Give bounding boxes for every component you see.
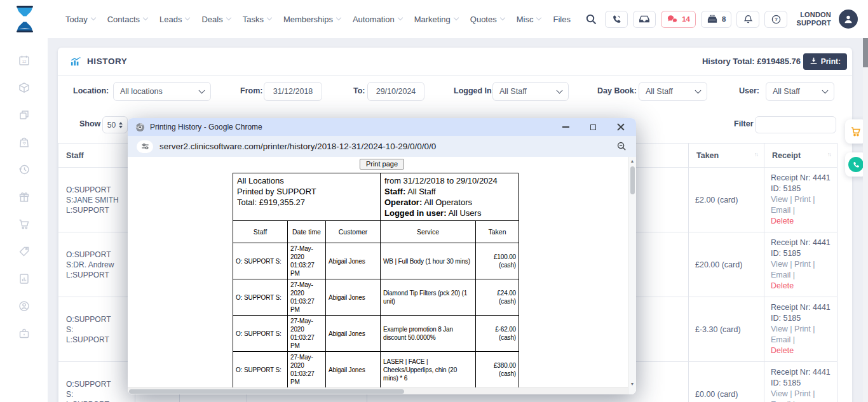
staff-line: O:SUPPORT	[66, 314, 135, 325]
notifications-button[interactable]	[736, 11, 759, 28]
print-report: All Locations Printed by SUPPORT Total: …	[233, 173, 519, 394]
scroll-up-button[interactable]: ▲	[628, 159, 636, 163]
print-link[interactable]: Print	[794, 195, 811, 204]
nav-item-automation[interactable]: Automation	[353, 15, 402, 24]
user-select[interactable]: All Staff	[766, 82, 834, 101]
popup-titlebar[interactable]: Printing History - Google Chrome	[128, 118, 636, 136]
popup-vertical-scrollbar[interactable]: ▲ ▼	[628, 157, 636, 394]
sidebar-item-copy[interactable]	[18, 109, 31, 121]
sort-icon: ↑↓	[827, 151, 837, 157]
sidebar-item-briefcase[interactable]	[18, 327, 31, 340]
receipt-header[interactable]: Receipt↑↓	[764, 144, 837, 168]
inbox-button[interactable]	[633, 11, 656, 28]
avatar[interactable]	[839, 10, 858, 29]
scroll-thumb[interactable]	[129, 389, 404, 394]
nav-label: Quotes	[470, 15, 497, 24]
from-label: From:	[240, 86, 262, 95]
staff-line: O:SUPPORT	[66, 185, 135, 195]
sidebar-item-report[interactable]	[18, 272, 31, 285]
site-info-button[interactable]	[137, 140, 153, 153]
help-button[interactable]: ?	[764, 11, 787, 28]
chevron-down-icon	[695, 87, 702, 93]
view-link[interactable]: View	[771, 389, 788, 398]
nav-item-leads[interactable]: Leads	[159, 15, 189, 24]
delete-link[interactable]: Delete	[771, 345, 834, 356]
page-scrollbar[interactable]	[863, 38, 868, 402]
nav-item-today[interactable]: Today	[65, 15, 95, 24]
from-date-input[interactable]	[264, 82, 322, 101]
nav-item-quotes[interactable]: Quotes	[470, 15, 505, 24]
logged-in-value: All Staff	[499, 87, 527, 96]
chat-button[interactable]: 14	[661, 11, 696, 28]
nav-item-files[interactable]: Files	[553, 15, 570, 24]
taken-header[interactable]: Taken↑↓	[689, 144, 764, 168]
report-staff-label: Staff:	[384, 187, 405, 196]
svg-text:?: ?	[775, 17, 778, 22]
print-link[interactable]: Print	[794, 260, 811, 269]
popup-urlbar: server2.clinicsoftware.com/printer/histo…	[128, 136, 636, 157]
delete-link[interactable]: Delete	[771, 216, 834, 227]
clinicsoftware-logo-icon[interactable]	[14, 5, 36, 36]
popup-horizontal-scrollbar[interactable]	[128, 387, 628, 394]
print-link[interactable]: Print	[794, 389, 811, 398]
scroll-thumb[interactable]	[630, 166, 635, 194]
logged-in-select[interactable]: All Staff	[492, 82, 569, 101]
zoom-out-icon[interactable]	[616, 141, 627, 152]
nav-item-misc[interactable]: Misc	[517, 15, 541, 24]
user-icon	[843, 13, 854, 25]
sidebar-item-user-clock[interactable]	[18, 300, 31, 312]
email-link[interactable]: Email	[771, 206, 790, 215]
staff-line: L:SUPPORT	[66, 270, 135, 280]
search-icon[interactable]	[585, 13, 597, 25]
print-page-button[interactable]: Print page	[360, 159, 404, 170]
sidebar-item-package[interactable]	[18, 81, 31, 94]
delete-link[interactable]: Delete	[771, 281, 834, 291]
sidebar-item-shopping-bag[interactable]	[18, 136, 31, 149]
view-link[interactable]: View	[771, 195, 788, 204]
page-scroll-thumb[interactable]	[863, 38, 868, 67]
nav-label: Automation	[353, 15, 395, 24]
scroll-down-button[interactable]: ▼	[628, 382, 636, 386]
view-link[interactable]: View	[771, 325, 788, 333]
nav-item-marketing[interactable]: Marketing	[414, 15, 458, 24]
window-title: Printing History - Google Chrome	[150, 123, 262, 131]
phone-button[interactable]	[605, 11, 628, 28]
nav-item-contacts[interactable]: Contacts	[107, 15, 147, 24]
print-button[interactable]: Print:	[803, 53, 847, 70]
nav-item-tasks[interactable]: Tasks	[243, 15, 271, 24]
sidebar-item-history[interactable]	[18, 163, 31, 176]
staff-line: L:SUPPORT	[66, 399, 135, 402]
print-link[interactable]: Print	[794, 325, 811, 333]
chrome-icon	[135, 123, 145, 132]
pipe: |	[813, 389, 815, 398]
pipe: |	[790, 389, 792, 398]
report-staff-value: All Staff	[407, 187, 436, 196]
user-name: LONDON SUPPORT	[796, 11, 831, 27]
view-link[interactable]: View	[771, 260, 788, 269]
to-date-input[interactable]	[367, 82, 424, 101]
show-count-select[interactable]: 50	[102, 116, 128, 133]
sidebar-item-calendar[interactable]: 12	[18, 54, 31, 67]
staff-header[interactable]: Staff	[58, 144, 135, 168]
minimize-button[interactable]	[562, 126, 569, 128]
register-button[interactable]: 8	[701, 11, 731, 28]
sidebar-item-gift[interactable]	[18, 191, 31, 203]
taken-cell: £20.00 (card)	[689, 232, 764, 297]
email-link[interactable]: Email	[771, 271, 790, 279]
maximize-button[interactable]	[590, 124, 596, 130]
chart-icon	[70, 57, 81, 67]
email-link[interactable]: Email	[771, 335, 790, 344]
sidebar-item-tag[interactable]	[18, 245, 31, 258]
nav-item-deals[interactable]: Deals	[201, 15, 230, 24]
location-select[interactable]: All locations	[113, 82, 211, 101]
sidebar-item-cart[interactable]	[18, 218, 31, 231]
day-book-select[interactable]: All Staff	[639, 82, 707, 101]
url-text[interactable]: server2.clinicsoftware.com/printer/histo…	[159, 142, 436, 151]
taken-cell: £-3.30 (card)	[689, 297, 764, 362]
tune-icon	[140, 142, 150, 151]
nav-item-memberships[interactable]: Memberships	[283, 15, 341, 24]
filter-input[interactable]	[755, 116, 836, 133]
pipe: |	[793, 206, 795, 215]
close-button[interactable]	[617, 123, 625, 131]
bell-icon	[743, 14, 754, 25]
